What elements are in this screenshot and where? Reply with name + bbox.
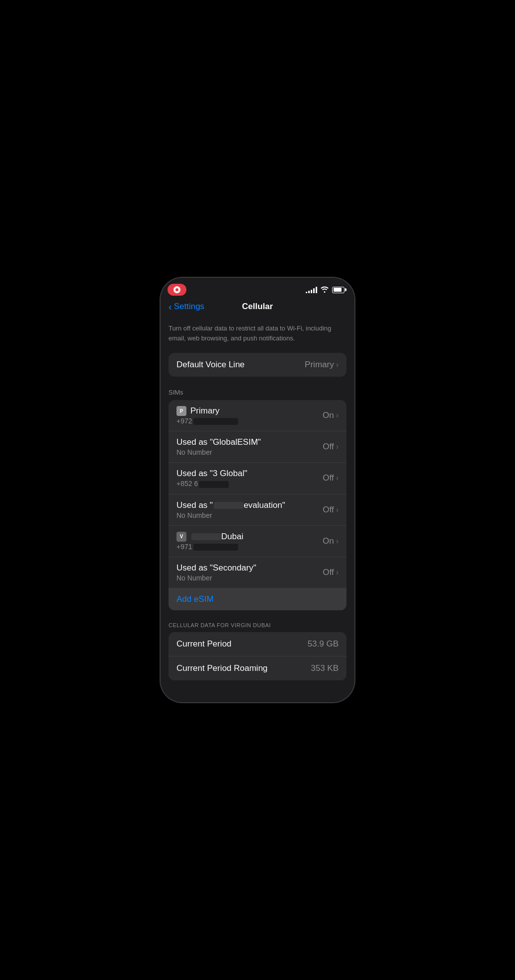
- sim-evaluation-title-row: Used as "evaluation": [176, 500, 323, 510]
- recording-dot-icon: [173, 286, 180, 293]
- redacted-esim-name: [214, 502, 244, 509]
- cellular-data-section-label: CELLULAR DATA FOR VIRGIN DUBAI: [161, 622, 354, 632]
- sim-badge-virgin: V: [176, 532, 186, 542]
- sim-3global-name: Used as "3 Global": [176, 469, 247, 479]
- sim-virgin-dubai-title-row: V Dubai: [176, 532, 323, 542]
- sim-primary-title-row: P Primary: [176, 406, 323, 416]
- signal-bar-5: [316, 287, 317, 293]
- recording-pill: [168, 284, 186, 296]
- redacted-primary-number: [193, 418, 238, 425]
- sim-evaluation-status-label: Off: [323, 505, 334, 515]
- current-period-value: 53.9 GB: [308, 639, 339, 649]
- sim-globaleSIM-status: Off ›: [323, 442, 339, 452]
- chevron-right-icon: ›: [336, 442, 339, 451]
- page-title: Cellular: [242, 302, 273, 312]
- sim-3global-status: Off ›: [323, 473, 339, 483]
- wifi-icon: [320, 286, 329, 294]
- sims-section-label: SIMs: [161, 389, 354, 400]
- add-esim-button[interactable]: Add eSIM: [176, 594, 214, 604]
- sim-virgin-dubai-status: On ›: [323, 536, 339, 546]
- status-bar: [161, 278, 354, 298]
- sim-primary-status: On ›: [323, 410, 339, 420]
- current-period-roaming-label: Current Period Roaming: [176, 663, 267, 673]
- sim-3global-title-row: Used as "3 Global": [176, 469, 323, 479]
- chevron-right-icon: ›: [336, 505, 339, 514]
- chevron-right-icon: ›: [336, 360, 339, 369]
- sims-card: P Primary +972 On ›: [169, 400, 346, 610]
- add-esim-item[interactable]: Add eSIM: [169, 588, 346, 610]
- sim-secondary-left: Used as "Secondary" No Number: [176, 563, 323, 582]
- chevron-right-icon: ›: [336, 568, 339, 577]
- sim-primary-subtitle: +972: [176, 417, 323, 425]
- phone-frame: ‹ Settings Cellular Turn off cellular da…: [161, 278, 354, 702]
- cellular-data-card: Current Period 53.9 GB Current Period Ro…: [169, 632, 346, 680]
- sim-secondary-subtitle: No Number: [176, 574, 323, 582]
- nav-bar: ‹ Settings Cellular: [161, 298, 354, 318]
- sim-virgin-dubai-status-label: On: [323, 536, 334, 546]
- sim-evaluation-subtitle: No Number: [176, 511, 323, 519]
- sim-item-evaluation[interactable]: Used as "evaluation" No Number Off ›: [169, 494, 346, 526]
- sim-badge-primary: P: [176, 406, 186, 416]
- redacted-dubai-prefix: [191, 533, 221, 540]
- chevron-right-icon: ›: [336, 537, 339, 546]
- info-text: Turn off cellular data to restrict all d…: [161, 318, 354, 353]
- sim-3global-status-label: Off: [323, 473, 334, 483]
- sim-virgin-dubai-left: V Dubai +971: [176, 532, 323, 551]
- default-voice-line-item[interactable]: Default Voice Line Primary ›: [169, 353, 346, 377]
- sim-globaleSIM-subtitle: No Number: [176, 448, 323, 456]
- sim-globaleSIM-status-label: Off: [323, 442, 334, 452]
- content-area: Turn off cellular data to restrict all d…: [161, 318, 354, 702]
- signal-bar-4: [313, 288, 315, 293]
- sim-virgin-dubai-subtitle: +971: [176, 543, 323, 551]
- chevron-right-icon: ›: [336, 474, 339, 483]
- sim-primary-left: P Primary +972: [176, 406, 323, 425]
- sim-item-virgin-dubai[interactable]: V Dubai +971 On ›: [169, 526, 346, 557]
- sim-evaluation-name: Used as "evaluation": [176, 500, 285, 510]
- battery-icon: [332, 287, 344, 293]
- back-label: Settings: [174, 302, 204, 312]
- signal-bar-1: [306, 292, 307, 293]
- status-right: [306, 286, 344, 294]
- sims-section: SIMs P Primary +972 On: [161, 389, 354, 610]
- signal-bar-3: [311, 290, 312, 293]
- current-period-item[interactable]: Current Period 53.9 GB: [169, 632, 346, 656]
- sim-evaluation-left: Used as "evaluation" No Number: [176, 500, 323, 519]
- sim-item-3global[interactable]: Used as "3 Global" +852 6 Off ›: [169, 463, 346, 494]
- sim-globaleSIM-name: Used as "GlobalESIM": [176, 437, 261, 447]
- signal-bars-icon: [306, 286, 317, 293]
- back-button[interactable]: ‹ Settings: [169, 302, 204, 312]
- current-period-label: Current Period: [176, 639, 232, 649]
- sim-secondary-status-label: Off: [323, 568, 334, 577]
- sim-evaluation-status: Off ›: [323, 505, 339, 515]
- current-period-roaming-value: 353 KB: [311, 663, 339, 673]
- redacted-virgin-number: [193, 544, 238, 551]
- default-voice-line-label: Default Voice Line: [176, 360, 245, 370]
- sim-virgin-dubai-name: Dubai: [190, 532, 243, 542]
- sim-globaleSIM-left: Used as "GlobalESIM" No Number: [176, 437, 323, 456]
- sim-secondary-name: Used as "Secondary": [176, 563, 256, 573]
- sim-globaleSIM-title-row: Used as "GlobalESIM": [176, 437, 323, 447]
- default-voice-line-value: Primary: [305, 360, 334, 370]
- current-period-roaming-item[interactable]: Current Period Roaming 353 KB: [169, 656, 346, 680]
- sim-3global-subtitle: +852 6: [176, 480, 323, 488]
- default-voice-line-section: Default Voice Line Primary ›: [161, 353, 354, 377]
- chevron-left-icon: ‹: [169, 302, 172, 312]
- sim-item-secondary[interactable]: Used as "Secondary" No Number Off ›: [169, 557, 346, 588]
- sim-primary-name: Primary: [190, 406, 220, 416]
- sim-secondary-status: Off ›: [323, 568, 339, 577]
- sim-primary-status-label: On: [323, 410, 334, 420]
- default-voice-line-value-group: Primary ›: [305, 360, 339, 370]
- redacted-3global-number: [199, 481, 229, 488]
- cellular-data-section: CELLULAR DATA FOR VIRGIN DUBAI Current P…: [161, 622, 354, 690]
- sim-3global-left: Used as "3 Global" +852 6: [176, 469, 323, 488]
- sim-item-primary[interactable]: P Primary +972 On ›: [169, 400, 346, 431]
- chevron-right-icon: ›: [336, 411, 339, 420]
- sim-secondary-title-row: Used as "Secondary": [176, 563, 323, 573]
- signal-bar-2: [308, 291, 310, 293]
- default-voice-line-card: Default Voice Line Primary ›: [169, 353, 346, 377]
- sim-item-globaleSIM[interactable]: Used as "GlobalESIM" No Number Off ›: [169, 431, 346, 463]
